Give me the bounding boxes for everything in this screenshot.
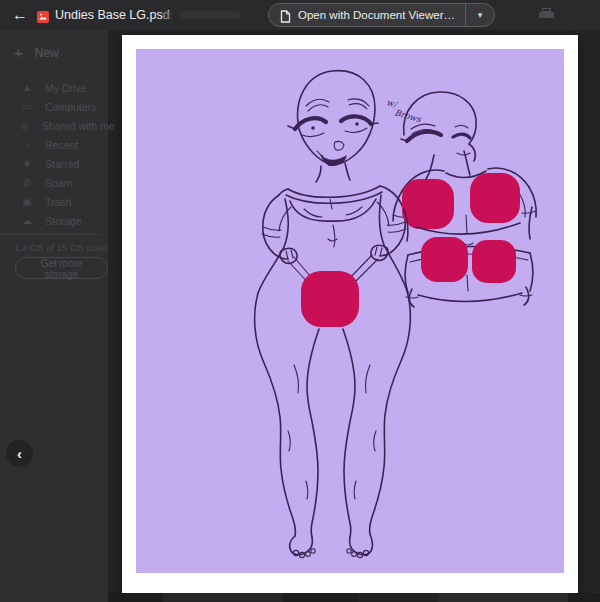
sidebar-item-computers[interactable]: ▭ Computers (0, 97, 108, 116)
clock-icon: ◔ (21, 139, 33, 150)
drive-sidebar: + New ▲ My Drive ▭ Computers ◎ Shared wi… (0, 30, 108, 602)
preview-page: w/ Brows (122, 35, 578, 593)
sidebar-divider (0, 234, 100, 235)
trash-icon: ▣ (21, 196, 33, 207)
artwork-canvas: w/ Brows (136, 49, 564, 573)
plus-icon: + (14, 44, 23, 61)
spam-icon: ⊘ (21, 177, 33, 188)
censor-blob (472, 240, 516, 283)
open-with-button[interactable]: Open with Document Viewer… ▾ (268, 3, 495, 27)
cloud-icon: ☁ (21, 215, 33, 226)
sidebar-item-recent[interactable]: ◔ Recent (0, 135, 108, 154)
printer-icon[interactable] (539, 8, 554, 22)
sidebar-nav: ▲ My Drive ▭ Computers ◎ Shared with me … (0, 78, 108, 230)
bottom-dimmed-strip (108, 593, 600, 602)
sidebar-item-label: Spam (45, 177, 72, 189)
preview-stage: w/ Brows (108, 30, 600, 602)
sidebar-item-label: My Drive (45, 82, 86, 94)
psd-file-icon (37, 9, 49, 21)
sidebar-item-spam[interactable]: ⊘ Spam (0, 173, 108, 192)
document-icon (280, 9, 291, 22)
dimmed-label (179, 11, 241, 19)
dimmed-icon (163, 11, 172, 20)
sidebar-item-my-drive[interactable]: ▲ My Drive (0, 78, 108, 97)
censor-blob (470, 173, 520, 223)
sidebar-item-label: Starred (45, 158, 79, 170)
new-button[interactable]: + New (14, 44, 59, 61)
star-icon: ★ (21, 158, 33, 169)
open-with-label: Open with Document Viewer… (298, 9, 455, 21)
sidebar-item-shared-with-me[interactable]: ◎ Shared with me (0, 116, 108, 135)
previous-file-button[interactable]: ‹ (6, 440, 33, 467)
sidebar-item-label: Shared with me (42, 120, 115, 132)
get-more-storage-button[interactable]: Get more storage (15, 257, 108, 279)
sidebar-item-label: Trash (45, 196, 71, 208)
drive-preview-screen: ← Undies Base LG.psd Open with Document … (0, 0, 600, 602)
censor-blob (402, 179, 454, 229)
dimmed-background-text (163, 10, 241, 20)
sidebar-item-storage[interactable]: ☁ Storage (0, 211, 108, 230)
chevron-down-icon[interactable]: ▾ (466, 10, 494, 20)
censor-blob (421, 237, 468, 282)
preview-topbar: ← Undies Base LG.psd Open with Document … (0, 0, 600, 30)
computers-icon: ▭ (21, 101, 33, 112)
people-icon: ◎ (21, 120, 30, 131)
new-label: New (35, 46, 59, 60)
sidebar-item-label: Recent (45, 139, 78, 151)
sidebar-item-label: Computers (45, 101, 96, 113)
my-drive-icon: ▲ (21, 82, 33, 93)
file-name: Undies Base LG.psd (55, 8, 170, 22)
censor-blob (301, 271, 359, 327)
sidebar-item-trash[interactable]: ▣ Trash (0, 192, 108, 211)
back-icon[interactable]: ← (8, 3, 32, 27)
sidebar-item-starred[interactable]: ★ Starred (0, 154, 108, 173)
storage-usage-text: 1.4 GB of 15 GB used (14, 242, 107, 253)
sidebar-item-label: Storage (45, 215, 82, 227)
